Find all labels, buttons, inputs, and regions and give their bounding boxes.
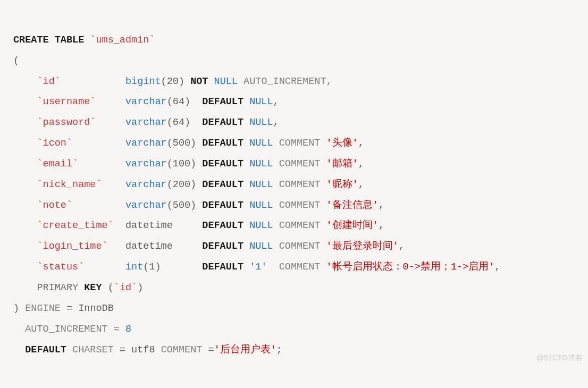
kw-not: NOT: [190, 76, 208, 87]
comma: ,: [358, 138, 364, 149]
kw-null: NULL: [249, 117, 273, 128]
pk-col: `id`: [114, 282, 137, 293]
kw-default: DEFAULT: [202, 158, 243, 170]
col-note: `note`: [37, 200, 72, 211]
kw-engine: ENGINE: [25, 303, 61, 314]
comment-text: '头像': [326, 138, 358, 149]
kw-null: NULL: [249, 200, 273, 211]
comment-text: '创建时间': [326, 220, 379, 231]
kw-default: DEFAULT: [202, 138, 243, 149]
col-create-time: `create_time`: [37, 220, 113, 231]
type-varchar: varchar: [125, 138, 167, 149]
kw-null: NULL: [249, 220, 273, 231]
comma: ,: [273, 96, 279, 107]
type-varchar: varchar: [125, 179, 167, 190]
col-status: `status`: [37, 262, 84, 273]
eq: =: [208, 344, 214, 356]
kw-null: NULL: [249, 179, 273, 190]
kw-comment: COMMENT: [279, 220, 321, 231]
semi: ;: [276, 344, 282, 356]
kw-key: KEY: [84, 282, 102, 293]
kw-default: DEFAULT: [202, 220, 243, 231]
kw-null: NULL: [249, 96, 273, 107]
kw-primary: PRIMARY: [37, 282, 78, 293]
type-bigint: bigint: [125, 76, 161, 87]
pk-open: (: [108, 282, 114, 293]
comment-text: '昵称': [326, 179, 358, 190]
kw-comment: COMMENT: [279, 262, 321, 273]
type-varchar: varchar: [125, 200, 167, 211]
type-varchar: varchar: [125, 96, 167, 107]
charset-val: utf8: [131, 344, 155, 356]
type-int: int: [125, 262, 143, 273]
comma: ,: [494, 262, 500, 273]
kw-default: DEFAULT: [202, 117, 243, 128]
col-arg: (500): [167, 138, 197, 149]
default-val: '1': [249, 262, 267, 273]
kw-null: NULL: [214, 76, 238, 87]
comma: ,: [379, 200, 384, 211]
col-arg: (500): [167, 200, 197, 211]
comma: ,: [273, 117, 279, 128]
open-paren: (: [13, 55, 19, 66]
col-arg: (20): [161, 76, 184, 87]
col-arg: (64): [167, 117, 190, 128]
kw-null: NULL: [249, 138, 273, 149]
col-arg: (64): [167, 96, 190, 107]
col-username: `username`: [37, 96, 96, 107]
type-datetime: datetime: [125, 220, 173, 231]
kw-create: CREATE: [13, 35, 49, 46]
kw-comment: COMMENT: [279, 179, 321, 190]
type-varchar: varchar: [125, 158, 167, 170]
comma: ,: [358, 179, 364, 190]
kw-null: NULL: [249, 241, 273, 252]
comma: ,: [358, 158, 364, 170]
col-id: `id`: [37, 76, 60, 87]
kw-auto-increment: AUTO_INCREMENT: [25, 324, 107, 335]
kw-default: DEFAULT: [202, 179, 243, 190]
kw-null: NULL: [249, 158, 273, 170]
kw-default: DEFAULT: [25, 344, 66, 356]
col-arg: (100): [167, 158, 197, 170]
kw-default: DEFAULT: [202, 96, 243, 107]
eq: =: [114, 324, 120, 335]
kw-comment: COMMENT: [279, 138, 321, 149]
col-email: `email`: [37, 158, 78, 170]
comment-text: '最后登录时间': [326, 241, 399, 252]
watermark: @51CTO博客: [536, 350, 583, 366]
kw-default: DEFAULT: [202, 262, 243, 273]
col-icon: `icon`: [37, 138, 72, 149]
auto-inc-val: 8: [125, 324, 131, 335]
kw-comment: COMMENT: [279, 200, 321, 211]
type-datetime: datetime: [125, 241, 173, 252]
engine-val: InnoDB: [78, 303, 114, 314]
col-arg: (200): [167, 179, 197, 190]
comma: ,: [379, 220, 384, 231]
comment-text: '备注信息': [326, 200, 379, 211]
kw-comment: COMMENT: [161, 344, 203, 356]
eq: =: [66, 303, 72, 314]
kw-default: DEFAULT: [202, 241, 243, 252]
close-paren: ): [13, 303, 19, 314]
col-nick-name: `nick_name`: [37, 179, 102, 190]
sql-code-block: CREATE TABLE `ums_admin` ( `id` bigint(2…: [0, 0, 588, 370]
kw-default: DEFAULT: [202, 200, 243, 211]
type-varchar: varchar: [125, 117, 167, 128]
eq: =: [120, 344, 125, 356]
col-arg: (1): [143, 262, 161, 273]
col-login-time: `login_time`: [37, 241, 107, 252]
comment-text: '帐号启用状态：0->禁用；1->启用': [326, 262, 495, 273]
auto-inc: AUTO_INCREMENT,: [243, 76, 332, 87]
col-password: `password`: [37, 117, 96, 128]
kw-charset: CHARSET: [72, 344, 114, 356]
kw-table: TABLE: [55, 35, 85, 46]
kw-comment: COMMENT: [279, 241, 321, 252]
table-name: `ums_admin`: [90, 35, 155, 46]
comment-text: '邮箱': [326, 158, 358, 170]
table-comment: '后台用户表': [214, 344, 276, 356]
kw-comment: COMMENT: [279, 158, 321, 170]
comma: ,: [399, 241, 405, 252]
pk-close: ): [137, 282, 143, 293]
